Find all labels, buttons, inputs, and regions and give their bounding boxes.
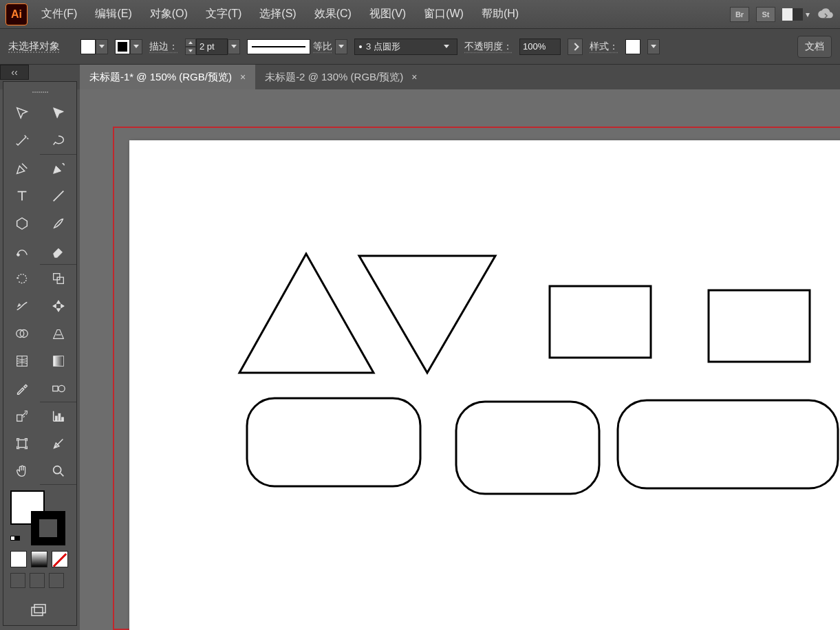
artboard-tool[interactable] — [3, 430, 40, 457]
menu-edit[interactable]: 编辑(E) — [91, 4, 136, 24]
stock-icon[interactable]: St — [756, 7, 775, 22]
menu-type[interactable]: 文字(T) — [202, 4, 246, 24]
svg-rect-7 — [53, 356, 63, 367]
svg-rect-8 — [52, 386, 57, 391]
stroke-weight-stepper[interactable]: 2 pt — [185, 39, 240, 55]
color-mode-gradient[interactable] — [31, 551, 47, 567]
toolbox-grip[interactable] — [3, 89, 76, 96]
rotate-tool[interactable] — [3, 265, 40, 292]
stroke-weight-down[interactable] — [185, 47, 196, 55]
draw-normal[interactable] — [10, 573, 25, 588]
artboard[interactable] — [129, 140, 840, 630]
triangle-up[interactable] — [239, 254, 374, 373]
menu-view[interactable]: 视图(V) — [365, 4, 410, 24]
shape-tool[interactable] — [3, 210, 40, 237]
pen-tool[interactable] — [3, 155, 40, 182]
paintbrush-tool[interactable] — [40, 210, 76, 237]
menu-object[interactable]: 对象(O) — [146, 4, 192, 24]
symbol-sprayer-tool[interactable] — [3, 402, 40, 430]
style-dropdown[interactable] — [647, 39, 660, 54]
stroke-profile-preview[interactable] — [247, 39, 310, 54]
draw-inside[interactable] — [49, 573, 64, 588]
artwork — [129, 140, 840, 630]
svg-rect-11 — [55, 416, 57, 421]
tab-label: 未标题-2 @ 130% (RGB/预览) — [265, 71, 403, 84]
curvature-tool[interactable] — [40, 155, 76, 182]
stroke-weight-field[interactable]: 2 pt — [196, 39, 228, 55]
stroke-swatch[interactable] — [115, 39, 130, 54]
svg-rect-13 — [61, 417, 63, 422]
stroke-color[interactable] — [31, 511, 65, 545]
slice-tool[interactable] — [40, 430, 76, 457]
direct-selection-tool[interactable] — [40, 100, 76, 127]
blend-tool[interactable] — [40, 375, 76, 402]
perspective-tool[interactable] — [40, 320, 76, 347]
shape-builder-tool[interactable] — [3, 320, 40, 347]
rect-2[interactable] — [709, 290, 810, 362]
gradient-tool[interactable] — [40, 347, 76, 375]
default-colors-icon[interactable] — [10, 536, 20, 545]
draw-behind[interactable] — [30, 573, 45, 588]
width-tool[interactable] — [3, 292, 40, 320]
opacity-dropdown[interactable] — [568, 39, 583, 55]
fill-swatch[interactable] — [80, 39, 96, 54]
toolbox-collapse[interactable]: ‹‹ — [0, 65, 29, 80]
close-icon[interactable]: × — [411, 72, 417, 83]
lasso-tool[interactable] — [40, 127, 76, 155]
document-setup-button[interactable]: 文档 — [797, 36, 832, 58]
arrange-docs-dropdown[interactable]: ▾ — [806, 10, 810, 19]
selection-tool[interactable] — [3, 100, 40, 127]
app-logo: Ai — [6, 3, 28, 25]
rounded-rect-2[interactable] — [456, 402, 599, 494]
stroke-dropdown[interactable] — [130, 39, 142, 54]
eyedropper-tool[interactable] — [3, 375, 40, 402]
svg-rect-14 — [18, 440, 25, 448]
close-icon[interactable]: × — [240, 72, 246, 83]
mesh-tool[interactable] — [3, 347, 40, 375]
color-mode-none[interactable] — [52, 551, 68, 567]
shaper-tool[interactable] — [3, 237, 40, 265]
eraser-tool[interactable] — [40, 237, 76, 265]
svg-rect-10 — [17, 415, 21, 421]
canvas-workspace[interactable] — [80, 89, 840, 630]
tab-label: 未标题-1* @ 150% (RGB/预览) — [89, 71, 232, 84]
svg-marker-0 — [17, 218, 27, 230]
triangle-down[interactable] — [359, 256, 495, 373]
bridge-icon[interactable]: Br — [730, 7, 749, 22]
fill-dropdown[interactable] — [96, 39, 108, 54]
hand-tool[interactable] — [3, 457, 40, 485]
menu-file[interactable]: 文件(F) — [37, 4, 81, 24]
toolbox — [3, 81, 77, 626]
rect-1[interactable] — [550, 286, 651, 358]
graph-tool[interactable] — [40, 402, 76, 430]
stroke-weight-dropdown[interactable] — [228, 39, 240, 54]
zoom-tool[interactable] — [40, 457, 76, 485]
arrange-docs-icon[interactable] — [782, 8, 803, 21]
svg-rect-16 — [34, 605, 45, 613]
rounded-rect-1[interactable] — [247, 398, 420, 486]
magic-wand-tool[interactable] — [3, 127, 40, 155]
style-swatch[interactable] — [625, 39, 640, 54]
sync-icon[interactable] — [817, 7, 834, 22]
menu-help[interactable]: 帮助(H) — [477, 4, 523, 24]
type-tool[interactable] — [3, 182, 40, 210]
brush-dropdown[interactable]: 3 点圆形 — [354, 39, 457, 55]
menu-window[interactable]: 窗口(W) — [420, 4, 468, 24]
line-tool[interactable] — [40, 182, 76, 210]
stroke-profile-label: 等比 — [313, 41, 332, 53]
tab-doc-2[interactable]: 未标题-2 @ 130% (RGB/预览) × — [255, 65, 427, 89]
svg-rect-3 — [57, 277, 63, 283]
rounded-rect-3[interactable] — [618, 400, 838, 488]
scale-tool[interactable] — [40, 265, 76, 292]
stroke-profile-dropdown[interactable] — [335, 39, 347, 54]
tab-doc-1[interactable]: 未标题-1* @ 150% (RGB/预览) × — [80, 65, 255, 89]
screen-mode-button[interactable] — [3, 594, 76, 625]
menu-select[interactable]: 选择(S) — [255, 4, 300, 24]
svg-point-1 — [17, 254, 19, 257]
menu-effect[interactable]: 效果(C) — [310, 4, 356, 24]
opacity-field[interactable]: 100% — [519, 39, 561, 55]
free-transform-tool[interactable] — [40, 292, 76, 320]
document-tabs: 未标题-1* @ 150% (RGB/预览) × 未标题-2 @ 130% (R… — [0, 65, 840, 89]
color-mode-solid[interactable] — [10, 551, 27, 567]
stroke-weight-up[interactable] — [185, 39, 196, 47]
